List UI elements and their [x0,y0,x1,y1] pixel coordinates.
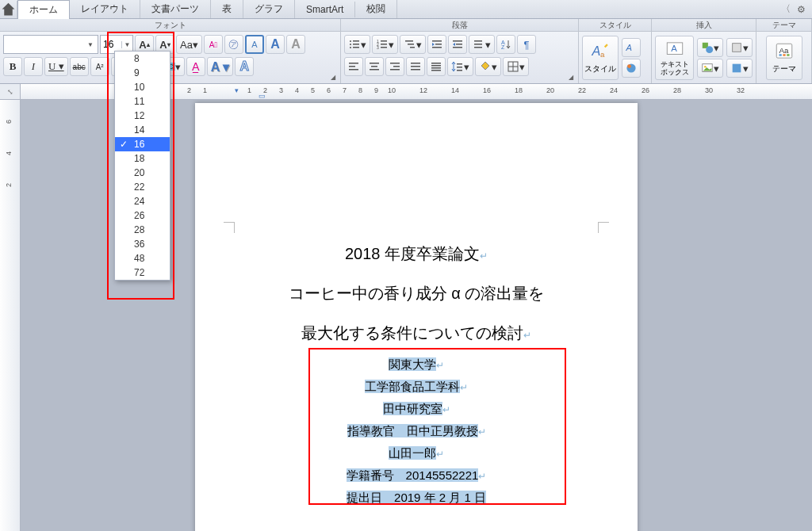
size-option-72[interactable]: 72 [115,266,170,280]
svg-rect-22 [474,44,482,45]
show-marks-button[interactable]: ¶ [517,35,536,54]
svg-rect-30 [371,66,377,67]
size-option-16[interactable]: 16 [115,137,170,151]
size-option-8[interactable]: 8 [115,52,170,66]
svg-rect-36 [411,66,420,67]
align-distribute-button[interactable] [427,57,446,76]
tab-smartart[interactable]: SmartArt [295,2,355,17]
number-list-button[interactable]: 123▾ [372,35,398,54]
home-icon[interactable] [0,1,17,18]
align-left-button[interactable] [344,57,363,76]
decrease-indent-button[interactable] [427,35,446,54]
text-effect-outline-button[interactable]: A [235,57,254,76]
align-right-button[interactable] [385,57,404,76]
style-quick-2-button[interactable] [622,59,641,78]
size-option-20[interactable]: 20 [115,166,170,180]
char-scale-button[interactable]: A̲ [186,57,205,76]
svg-rect-9 [381,44,387,45]
strike-button[interactable]: abc [70,57,89,76]
shading-button[interactable]: ▾ [475,57,501,76]
underline-button[interactable]: U ▾ [44,57,68,76]
doc-title-3[interactable]: 最大化する条件についての検討↵ [195,319,638,347]
chevron-down-icon[interactable]: ▼ [121,41,132,48]
svg-text:A: A [626,43,632,52]
section-styles-label: スタイル [579,19,652,31]
text-effect-shadow-button[interactable]: A ▾ [207,57,233,76]
doc-line[interactable]: 学籍番号 20145552221↵ [195,464,638,487]
vertical-ruler[interactable]: 6 4 2 [0,100,21,531]
theme-button[interactable]: Aa テーマ [766,36,802,80]
font-size-input[interactable] [101,39,121,50]
size-option-36[interactable]: 36 [115,237,170,251]
insert-extra-1-button[interactable]: ▾ [726,38,753,57]
svg-text:Z: Z [501,44,505,50]
svg-rect-40 [431,67,441,69]
doc-title-2[interactable]: コーヒー中の香り成分 α の溶出量を [195,279,638,308]
font-family-combo[interactable]: ▼ [3,35,98,54]
doc-line[interactable]: 関東大学↵ [195,353,638,376]
tab-review[interactable]: 校閲 [355,0,397,18]
borders-button[interactable]: ▾ [503,57,529,76]
font-size-dropdown[interactable]: 8 9 10 11 12 14 16 18 20 22 24 26 28 36 … [114,51,170,281]
superscript-button[interactable]: A² [90,57,109,76]
tab-layout[interactable]: レイアウト [70,0,140,18]
doc-line[interactable]: 山田一郎↵ [195,442,638,464]
size-option-10[interactable]: 10 [115,80,170,94]
settings-gear-icon[interactable]: ⚙ [797,4,806,15]
doc-line[interactable]: 提出日 2019 年 2 月 1 日 [195,487,638,509]
size-option-11[interactable]: 11 [115,94,170,109]
size-option-9[interactable]: 9 [115,66,170,80]
size-option-26[interactable]: 26 [115,208,170,223]
size-option-14[interactable]: 14 [115,123,170,137]
phonetic-guide-button[interactable]: ㋐ [224,35,243,54]
line-spacing-button[interactable]: ▾ [447,57,473,76]
italic-button[interactable]: I [24,57,43,76]
doc-title-1[interactable]: 2018 年度卒業論文↵ [195,239,638,268]
svg-rect-11 [381,47,387,48]
svg-rect-15 [432,40,442,42]
align-center-button[interactable] [365,57,384,76]
tab-chart[interactable]: グラフ [243,0,295,18]
style-quick-1-button[interactable]: A [622,38,641,57]
doc-line[interactable]: 工学部食品工学科↵ [195,376,638,398]
sort-button[interactable]: AZ [496,35,515,54]
size-option-48[interactable]: 48 [115,251,170,266]
multilevel-list-button[interactable]: ▾ [400,35,426,54]
size-option-24[interactable]: 24 [115,194,170,208]
change-case-button[interactable]: Aa▾ [176,35,202,54]
bold-button[interactable]: B [3,57,22,76]
shape-button[interactable]: ▾ [697,38,723,57]
collapse-icon[interactable]: 〈 [781,2,791,16]
tab-table[interactable]: 表 [211,0,243,18]
styles-button[interactable]: Aa スタイル [582,36,619,80]
bullet-list-button[interactable]: ▾ [344,35,370,54]
ribbon-group-theme: Aa テーマ [756,32,812,83]
styles-label: スタイル [584,63,616,74]
size-option-28[interactable]: 28 [115,223,170,237]
tab-home[interactable]: ホーム [17,0,70,19]
doc-line[interactable]: 田中研究室↵ [195,398,638,420]
size-option-22[interactable]: 22 [115,180,170,194]
align-justify-button[interactable] [406,57,425,76]
tab-bar: ホーム レイアウト 文書パーツ 表 グラフ SmartArt 校閲 〈 ⚙ [0,0,812,19]
increase-indent-button[interactable] [448,35,467,54]
font-group-launcher-icon[interactable]: ◢ [331,74,339,82]
char-border-button[interactable]: A [245,35,264,54]
text-effect-b-button[interactable]: A [286,35,305,54]
size-option-18[interactable]: 18 [115,151,170,166]
text-effect-a-button[interactable]: A [266,35,285,54]
text-direction-button[interactable]: ▾ [469,35,495,54]
svg-rect-26 [349,63,358,64]
svg-rect-41 [431,70,441,71]
picture-button[interactable]: ▾ [697,59,723,78]
doc-line[interactable]: 指導教官 田中正男教授↵ [195,420,638,442]
size-option-12[interactable]: 12 [115,109,170,123]
insert-extra-2-button[interactable]: ▾ [726,59,753,78]
textbox-button[interactable]: A テキストボックス [655,36,694,80]
clear-format-button[interactable]: A⃠ [204,35,223,54]
paragraph-group-launcher-icon[interactable]: ◢ [569,74,576,82]
document-page[interactable]: 2018 年度卒業論文↵ コーヒー中の香り成分 α の溶出量を 最大化する条件に… [195,103,638,531]
ruler-corner[interactable]: ⤡ [0,84,21,99]
svg-rect-18 [453,40,462,42]
tab-parts[interactable]: 文書パーツ [140,0,211,18]
